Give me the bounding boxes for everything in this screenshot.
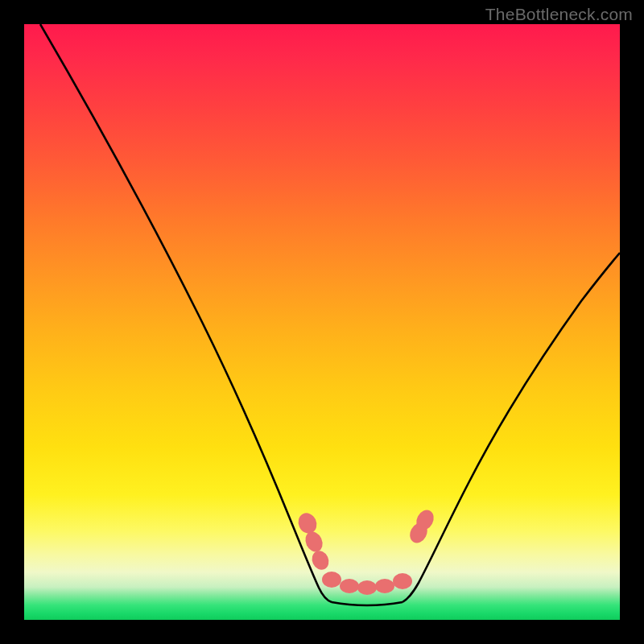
marker-dot bbox=[322, 572, 341, 588]
plot-area bbox=[24, 24, 620, 620]
marker-dot bbox=[375, 579, 394, 593]
bottleneck-curve-left bbox=[40, 24, 332, 602]
marker-dot bbox=[309, 548, 332, 572]
bottleneck-curve-trough bbox=[332, 602, 402, 605]
marker-dot bbox=[340, 579, 359, 593]
marker-dot bbox=[393, 573, 412, 589]
bottleneck-curve-right bbox=[402, 253, 620, 602]
marker-dot bbox=[295, 510, 320, 537]
marker-group-trough bbox=[322, 572, 412, 595]
marker-dot bbox=[357, 580, 377, 595]
chart-frame: TheBottleneck.com bbox=[0, 0, 644, 644]
marker-group-right bbox=[407, 507, 437, 546]
watermark-text: TheBottleneck.com bbox=[485, 5, 633, 24]
marker-group-left bbox=[295, 510, 332, 573]
chart-svg bbox=[24, 24, 620, 620]
